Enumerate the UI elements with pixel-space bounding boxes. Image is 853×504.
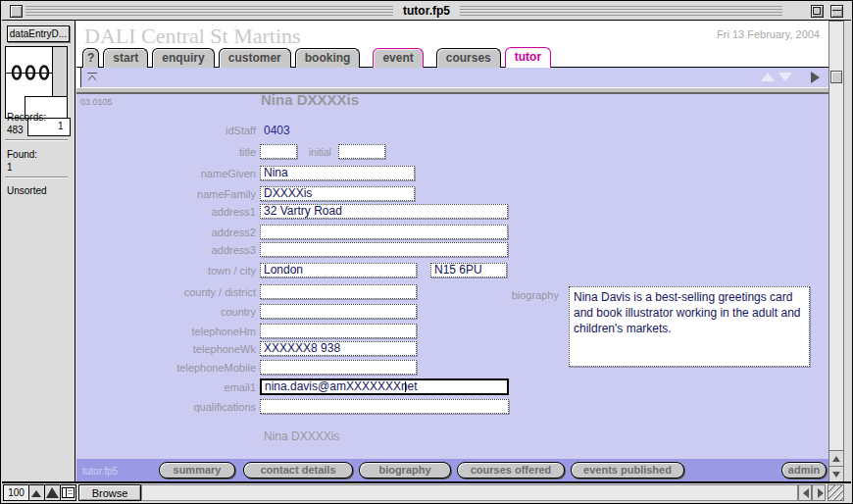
idstaff-value: 0403: [264, 124, 290, 137]
file-name-label: tutor.fp5: [82, 466, 118, 477]
application-window: tutor.fp5 dataEntryD... 1 Records: 483 F…: [0, 0, 853, 504]
tab-customer[interactable]: customer: [219, 48, 291, 68]
country-field[interactable]: [260, 304, 417, 319]
window-zoom-button[interactable]: [811, 5, 824, 18]
field-label-address1: address1: [76, 205, 256, 219]
tab-tutor[interactable]: tutor: [505, 47, 551, 68]
current-record-number: 1: [58, 121, 64, 131]
biography-field[interactable]: Nina Davis is a best-selling greetings c…: [569, 286, 810, 367]
record-code: 03.0105: [80, 97, 113, 107]
records-label: Records:: [7, 112, 46, 123]
field-label-initial: initial: [309, 146, 331, 160]
field-label-qualifications: qualifications: [76, 400, 256, 414]
left-arrow-icon: [803, 488, 809, 498]
forward-arrow-icon[interactable]: [811, 72, 820, 83]
field-label-county: county / district: [76, 285, 256, 299]
horizontal-scrollbar[interactable]: [141, 484, 798, 501]
zoom-out-button[interactable]: [29, 484, 45, 501]
status-panel: dataEntryD... 1 Records: 483 Found: 1 Un…: [2, 21, 75, 483]
header-band: [76, 68, 829, 87]
scroll-up-button[interactable]: [829, 450, 843, 466]
status-bar: 100 Browse: [2, 481, 851, 502]
zoom-in-button[interactable]: [45, 484, 61, 501]
field-label-telephonewk: telephoneWk: [76, 342, 256, 356]
panel-divider: [5, 176, 68, 178]
field-label-town: town / city: [76, 264, 256, 277]
zoom-level-indicator[interactable]: 100: [3, 484, 29, 501]
qualifications-field[interactable]: [260, 399, 509, 414]
scroll-left-button[interactable]: [798, 484, 812, 501]
scroll-to-top-icon[interactable]: [86, 72, 98, 83]
window-titlebar[interactable]: tutor.fp5: [2, 2, 851, 21]
navigation-tabs: ? start enquiry customer booking event c…: [82, 47, 555, 68]
window-title: tutor.fp5: [2, 4, 851, 18]
window-collapse-button[interactable]: [830, 5, 843, 18]
tab-help[interactable]: ?: [82, 48, 99, 68]
sort-status: Unsorted: [7, 185, 47, 196]
email1-field[interactable]: nina.davis@amXXXXXXXnet: [260, 378, 509, 395]
summary-button[interactable]: summary: [159, 462, 235, 479]
admin-button[interactable]: admin: [781, 462, 827, 479]
field-label-namefamily: nameFamily: [76, 187, 256, 201]
namefamily-field[interactable]: DXXXXis: [260, 186, 415, 201]
title-field[interactable]: [260, 144, 297, 159]
tab-booking[interactable]: booking: [295, 48, 361, 68]
right-arrow-icon: [818, 488, 824, 498]
courses-offered-button[interactable]: courses offered: [457, 462, 565, 479]
telephonewk-field[interactable]: XXXXXX8 938: [260, 341, 417, 356]
record-footer-name: Nina DXXXXis: [264, 429, 339, 443]
town-field[interactable]: London: [260, 263, 417, 277]
address1-field[interactable]: 32 Vartry Road: [260, 204, 508, 219]
biography-button[interactable]: biography: [359, 462, 451, 479]
found-count: 1: [7, 162, 13, 173]
field-label-country: country: [76, 305, 256, 319]
county-field[interactable]: [260, 284, 417, 299]
layout-button-bar: tutor.fp5 summary contact details biogra…: [76, 459, 829, 482]
field-label-idstaff: idStaff: [76, 124, 256, 137]
tab-courses[interactable]: courses: [436, 48, 501, 68]
window-resize-grip[interactable]: [828, 484, 844, 501]
field-label-title: title: [76, 145, 256, 159]
vertical-scrollbar[interactable]: [828, 21, 844, 483]
telephonehm-field[interactable]: [260, 324, 417, 338]
address2-field[interactable]: [260, 225, 508, 239]
panel-divider: [5, 139, 68, 141]
scroll-right-button[interactable]: [812, 484, 826, 501]
text-cursor: [405, 381, 406, 392]
namegiven-field[interactable]: Nina: [260, 166, 415, 180]
mode-popup-button[interactable]: Browse: [78, 484, 141, 501]
band-edge-strip: [76, 68, 81, 87]
down-arrow-icon: [832, 472, 840, 478]
status-area-toggle-button[interactable]: [61, 484, 76, 501]
next-record-icon[interactable]: [778, 73, 792, 81]
layout-area: DALI Central St Martins Fri 13 February,…: [76, 21, 829, 482]
field-label-address2: address2: [76, 226, 256, 239]
tab-enquiry[interactable]: enquiry: [152, 48, 214, 68]
record-heading: Nina DXXXXis: [261, 91, 359, 108]
field-label-biography: biography: [449, 288, 559, 302]
contact-details-button[interactable]: contact details: [243, 462, 353, 479]
part-separator-bar: [76, 87, 829, 94]
up-arrow-icon: [832, 456, 840, 462]
email1-value: nina.davis@amXXXXXXXnet: [265, 379, 418, 393]
events-published-button[interactable]: events published: [571, 462, 684, 479]
scroll-down-button[interactable]: [829, 466, 843, 481]
previous-record-icon[interactable]: [761, 73, 775, 81]
current-date: Fri 13 February, 2004: [717, 28, 820, 40]
tab-event[interactable]: event: [373, 48, 423, 68]
layout-popup-button[interactable]: dataEntryD...: [7, 25, 70, 42]
field-label-address3: address3: [76, 243, 256, 257]
status-area-icon: [61, 485, 75, 500]
telephonemobile-field[interactable]: [260, 360, 417, 375]
company-logo: DALI Central St Martins: [84, 24, 301, 49]
address3-field[interactable]: [260, 242, 508, 257]
records-count: 483: [7, 125, 24, 135]
postcode-field[interactable]: N15 6PU: [430, 263, 507, 277]
found-label: Found:: [7, 149, 37, 160]
initial-field[interactable]: [338, 144, 385, 159]
form-header: DALI Central St Martins Fri 13 February,…: [76, 21, 829, 68]
field-label-telephonehm: telephoneHm: [76, 325, 256, 338]
large-mountain-icon: [45, 485, 60, 500]
tab-start[interactable]: start: [103, 48, 148, 68]
vertical-scrollbar-thumb[interactable]: [830, 71, 842, 83]
